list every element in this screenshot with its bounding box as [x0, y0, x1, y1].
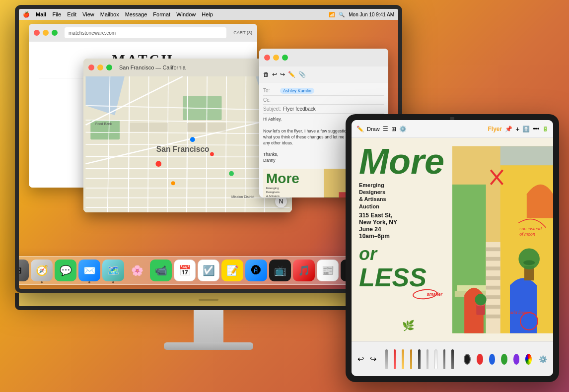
svg-point-29 — [155, 161, 161, 167]
color-picker-icon[interactable]: ⚙️ — [539, 355, 547, 363]
menubar-mail[interactable]: Mail — [36, 11, 46, 17]
mail-attachment-icon[interactable]: 📎 — [298, 71, 306, 78]
ipad-more-icon[interactable]: ••• — [533, 126, 539, 132]
dock-calendar[interactable]: 📅 — [174, 260, 196, 281]
dock-mail[interactable]: ✉️ — [78, 260, 100, 281]
redo-button[interactable]: ↪ — [370, 354, 376, 364]
ipad-or-text: or — [359, 244, 445, 264]
search-icon[interactable]: 🔍 — [339, 12, 345, 17]
mail-maximize[interactable] — [282, 55, 288, 61]
dock-notes[interactable]: 📝 — [221, 260, 243, 281]
dock-appstore[interactable]: 🅐 — [245, 260, 267, 281]
ipad-flyer-right: sun instead of moon add flowers — [452, 138, 553, 341]
svg-point-31 — [229, 171, 234, 176]
battery-icon: 🔋 — [542, 126, 548, 131]
dock-launchpad[interactable]: ⊞ — [15, 260, 29, 281]
color-purple[interactable] — [513, 354, 520, 365]
pencil-tool[interactable] — [385, 349, 388, 369]
menubar-left: 🍎 Mail File Edit View Mailbox Message Fo… — [23, 11, 213, 18]
color-black[interactable] — [464, 354, 471, 365]
dock-music[interactable]: 🎵 — [293, 260, 315, 281]
safari-url-bar[interactable]: matchstoneware.com — [65, 27, 226, 38]
menubar-message[interactable]: Message — [125, 11, 147, 17]
menubar-format[interactable]: Format — [153, 11, 170, 17]
brush-tool-red[interactable] — [394, 349, 396, 369]
menubar-help[interactable]: Help — [202, 11, 213, 17]
svg-point-67 — [475, 294, 486, 305]
flyer-more-text: More — [266, 172, 321, 186]
mail-close[interactable] — [264, 55, 270, 61]
mail-to-field: To: Ashley Kamlin — [263, 86, 384, 96]
dock-facetime[interactable]: 📹 — [150, 260, 172, 281]
ipad-drawing-toolbar: ↩ ↪ ⚙️ — [352, 341, 553, 376]
dock-reminders[interactable]: ☑️ — [198, 260, 219, 281]
imac-monitor: 🍎 Mail File Edit View Mailbox Message Fo… — [15, 5, 402, 342]
maps-maximize[interactable] — [106, 65, 112, 70]
ipad-share-icon[interactable]: ⬆️ — [522, 126, 530, 132]
imac-stand — [194, 310, 223, 350]
eraser-tool[interactable] — [434, 349, 437, 369]
menubar-file[interactable]: File — [52, 11, 61, 17]
ipad-draw-icon[interactable]: ✏️ — [356, 126, 364, 132]
pencil-tool-2[interactable] — [443, 349, 446, 369]
brush-tool-gold[interactable] — [410, 349, 413, 369]
svg-rect-27 — [208, 123, 226, 132]
ipad-flyer-left: More EmergingDesigners& ArtisansAuction … — [352, 138, 452, 341]
marker-tool-dark[interactable] — [418, 349, 421, 369]
color-red[interactable] — [477, 354, 483, 365]
subject-label: Subject: — [263, 106, 281, 112]
ipad-pin-icon[interactable]: 📌 — [505, 126, 512, 132]
window-close[interactable] — [34, 30, 40, 36]
mail-subject-field: Subject: Flyer feedback — [263, 105, 384, 114]
ipad-draw-label[interactable]: Draw — [367, 126, 380, 132]
ipad-flyer-content: More EmergingDesigners& ArtisansAuction … — [352, 138, 553, 341]
menubar-window[interactable]: Window — [176, 11, 196, 17]
svg-text:Mission District: Mission District — [231, 195, 254, 198]
maps-minimize[interactable] — [97, 65, 103, 70]
window-minimize[interactable] — [43, 30, 49, 36]
window-maximize[interactable] — [52, 30, 58, 36]
ipad-grid-icon[interactable]: ⊞ — [391, 126, 396, 132]
svg-text:Food Bank: Food Bank — [95, 122, 112, 126]
mail-titlebar — [259, 49, 388, 66]
dock-maps[interactable]: 🗺️ — [102, 260, 124, 281]
color-blue[interactable] — [489, 354, 496, 365]
dock-messages[interactable]: 💬 — [55, 260, 76, 281]
color-green[interactable] — [501, 354, 507, 365]
dock-news[interactable]: 📰 — [317, 260, 339, 281]
undo-button[interactable]: ↩ — [357, 354, 364, 364]
brush-tool-yellow[interactable] — [402, 349, 404, 369]
svg-text:San Francisco: San Francisco — [156, 145, 210, 153]
recipient-chip[interactable]: Ashley Kamlin — [280, 88, 314, 94]
dock-photos[interactable]: 🌸 — [126, 260, 148, 281]
menubar-clock: Mon Jun 10 9:41 AM — [349, 12, 394, 17]
ipad-more-heading: More — [359, 145, 445, 178]
apple-menu[interactable]: 🍎 — [23, 11, 30, 18]
safari-titlebar: matchstoneware.com CART (3) — [29, 24, 257, 42]
menubar-edit[interactable]: Edit — [67, 11, 76, 17]
safari-cart: CART (3) — [233, 30, 252, 35]
svg-point-64 — [523, 261, 535, 265]
marker-tool-gray[interactable] — [427, 349, 429, 369]
mail-minimize[interactable] — [273, 55, 279, 61]
ipad-settings-icon[interactable]: ⚙️ — [399, 126, 407, 132]
ipad-list-icon[interactable]: ☰ — [383, 126, 388, 132]
dock-safari[interactable]: 🧭 — [31, 260, 53, 281]
ipad-less-text: LESS — [359, 264, 445, 290]
flyer-event-text: EmergingDesigners& ArtisansAuction — [266, 187, 321, 197]
dock-tv[interactable]: 📺 — [269, 260, 291, 281]
ipad-event-details: EmergingDesigners& ArtisansAuction — [359, 182, 445, 210]
svg-point-63 — [518, 248, 540, 269]
mail-compose-icon[interactable]: ✏️ — [288, 71, 295, 78]
pen-tool[interactable] — [451, 349, 454, 369]
mail-delete-icon[interactable]: 🗑 — [263, 71, 269, 78]
color-multicolor[interactable] — [525, 354, 532, 365]
maps-close[interactable] — [88, 65, 94, 70]
svg-rect-24 — [130, 123, 148, 132]
mail-reply-icon[interactable]: ↩ — [272, 71, 277, 78]
svg-point-30 — [190, 137, 195, 142]
mail-forward-icon[interactable]: ↪ — [280, 71, 285, 78]
ipad-add-icon[interactable]: + — [515, 125, 519, 133]
menubar-mailbox[interactable]: Mailbox — [100, 11, 119, 17]
menubar-view[interactable]: View — [82, 11, 94, 17]
